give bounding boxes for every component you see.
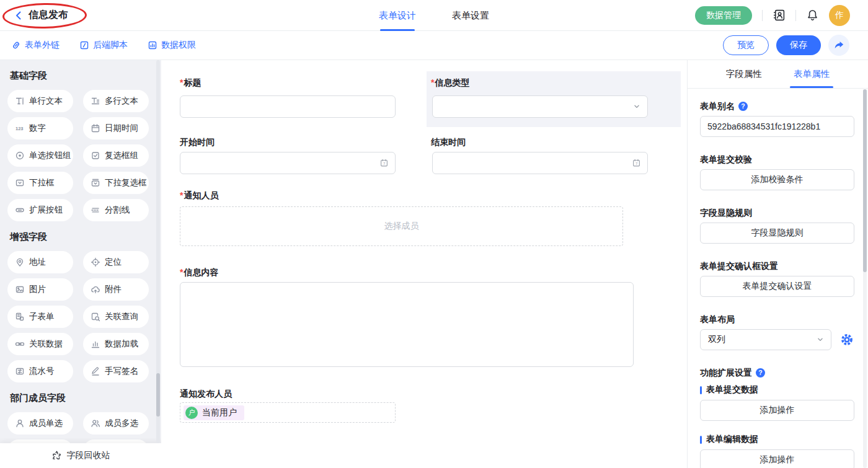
- chevron-down-icon: [632, 102, 641, 111]
- field-item-multi-select[interactable]: 下拉复选框: [83, 172, 149, 194]
- confirm-box-button[interactable]: 表单提交确认设置: [700, 276, 854, 297]
- radio-group-icon: [15, 151, 25, 161]
- main-tabs: 表单设计 表单设置: [379, 0, 489, 31]
- single-line-text-icon: [15, 96, 25, 106]
- member-multi-icon: [91, 418, 100, 428]
- multi-line-text-icon: [91, 96, 100, 106]
- panel-scrollbar[interactable]: [863, 89, 867, 468]
- end-time-input[interactable]: 7: [432, 152, 648, 174]
- field-item-attachment[interactable]: 附件: [83, 278, 149, 301]
- blue-bar: [700, 386, 702, 394]
- section-title-enhanced: 增强字段: [7, 231, 146, 244]
- notify-publisher-picker[interactable]: 户 当前用户: [180, 402, 396, 423]
- data-permission-action[interactable]: 数据权限: [148, 40, 196, 51]
- field-item-member-multi[interactable]: 成员多选: [83, 412, 149, 435]
- field-item-divider[interactable]: 分割线: [83, 199, 149, 221]
- field-item-extend-button[interactable]: 扩展按钮: [7, 199, 73, 221]
- bell-icon: [806, 9, 819, 22]
- data-manage-button[interactable]: 数据管理: [695, 6, 752, 25]
- field-item-lookup[interactable]: 关联查询: [83, 306, 149, 328]
- multi-select-icon: [91, 178, 100, 188]
- help-icon[interactable]: ?: [756, 368, 765, 377]
- external-link-icon: [11, 40, 21, 50]
- field-item-serial-number[interactable]: 流水号: [7, 360, 73, 382]
- subform-icon: [15, 312, 25, 322]
- field-item-single-line-text[interactable]: 单行文本: [7, 90, 73, 112]
- field-item-multi-line-text[interactable]: 多行文本: [83, 90, 149, 112]
- header-actions: 数据管理: [695, 5, 868, 26]
- info-type-select[interactable]: [432, 95, 648, 118]
- field-palette-scroll[interactable]: 基础字段 单行文本 多行文本: [0, 60, 161, 443]
- field-item-linked-data[interactable]: 关联数据: [7, 333, 73, 355]
- field-item-member-single[interactable]: 成员单选: [7, 412, 73, 435]
- linked-data-icon: [15, 339, 25, 349]
- svg-text:7: 7: [636, 161, 638, 166]
- section-title-member: 部门成员字段: [7, 392, 146, 405]
- contacts-book-button[interactable]: [773, 9, 786, 22]
- form-layout-select[interactable]: 双列: [700, 329, 831, 350]
- field-label-start-time: 开始时间: [180, 136, 215, 148]
- page-title: 信息发布: [29, 9, 68, 22]
- data-load-icon: [91, 339, 100, 349]
- recycle-icon: [51, 451, 62, 461]
- field-label-notify-publisher: 通知发布人员: [180, 388, 232, 399]
- field-item-checkbox-group[interactable]: 复选框组: [83, 144, 149, 167]
- sidebar-scrollbar[interactable]: [156, 60, 160, 443]
- divider: [795, 10, 796, 21]
- help-icon[interactable]: ?: [738, 102, 748, 111]
- share-button[interactable]: [828, 35, 849, 56]
- panel-scrollbar-thumb[interactable]: [863, 89, 867, 272]
- gear-icon[interactable]: [840, 333, 854, 347]
- field-item-radio-group[interactable]: 单选按钮组: [7, 144, 73, 167]
- address-icon: [15, 257, 25, 267]
- form-alias-input[interactable]: 5922ba68834531fc191228b1: [700, 116, 854, 137]
- field-item-number[interactable]: 123 数字: [7, 117, 73, 139]
- field-item-subform[interactable]: 子表单: [7, 306, 73, 328]
- tab-form-design[interactable]: 表单设计: [379, 0, 416, 31]
- notify-members-picker[interactable]: 选择成员: [180, 206, 623, 246]
- field-label-info-type: *信息类型: [431, 77, 469, 88]
- field-item-address[interactable]: 地址: [7, 251, 73, 273]
- field-label-end-time: 结束时间: [431, 136, 466, 148]
- external-link-action[interactable]: 表单外链: [11, 40, 60, 51]
- member-single-icon: [15, 418, 25, 428]
- field-label-title: *标题: [180, 77, 201, 88]
- datetime-icon: [91, 123, 100, 133]
- tab-form-properties[interactable]: 表单属性: [794, 60, 830, 88]
- tab-field-properties[interactable]: 字段属性: [726, 60, 762, 88]
- user-tag-avatar: 户: [185, 407, 198, 419]
- preview-button[interactable]: 预览: [723, 35, 769, 55]
- info-content-textarea[interactable]: [180, 282, 634, 367]
- save-button[interactable]: 保存: [776, 35, 821, 55]
- avatar[interactable]: 作: [829, 5, 850, 26]
- field-item-data-load[interactable]: 数据加载: [83, 333, 149, 355]
- tab-form-settings[interactable]: 表单设置: [452, 0, 489, 31]
- form-canvas: *标题 *信息类型 开始时间 7 结束时间: [161, 60, 687, 468]
- back-navigation[interactable]: 信息发布: [0, 9, 68, 22]
- field-item-select[interactable]: 下拉框: [7, 172, 73, 194]
- section-title-basic: 基础字段: [7, 70, 146, 82]
- add-validation-button[interactable]: 添加校验条件: [700, 169, 854, 190]
- add-edit-action-button[interactable]: 添加操作: [700, 449, 854, 468]
- field-item-signature[interactable]: 手写签名: [83, 360, 149, 382]
- form-layout-heading: 表单布局: [700, 313, 854, 325]
- field-item-location[interactable]: 定位: [83, 251, 149, 273]
- start-time-input[interactable]: 7: [180, 152, 396, 174]
- properties-panel: 字段属性 表单属性 表单别名 ? 5922ba68834531fc191228b…: [687, 60, 868, 468]
- field-recycle-bin[interactable]: 字段回收站: [0, 443, 161, 468]
- select-icon: [15, 178, 25, 188]
- title-input[interactable]: [180, 95, 396, 118]
- visibility-rules-button[interactable]: 字段显隐规则: [700, 223, 854, 244]
- backend-script-action[interactable]: 后端脚本: [79, 40, 128, 51]
- serial-number-icon: [15, 366, 25, 376]
- checkbox-group-icon: [91, 151, 100, 161]
- notifications-button[interactable]: [806, 9, 819, 22]
- share-arrow-icon: [833, 40, 844, 51]
- field-item-datetime[interactable]: 日期时间: [83, 117, 149, 139]
- field-label-notify-members: *通知人员: [180, 190, 218, 201]
- lookup-icon: [91, 312, 100, 322]
- field-item-image[interactable]: 图片: [7, 278, 73, 301]
- current-user-tag[interactable]: 户 当前用户: [184, 405, 244, 420]
- sidebar-scrollbar-thumb[interactable]: [156, 373, 160, 417]
- add-submit-action-button[interactable]: 添加操作: [700, 400, 854, 421]
